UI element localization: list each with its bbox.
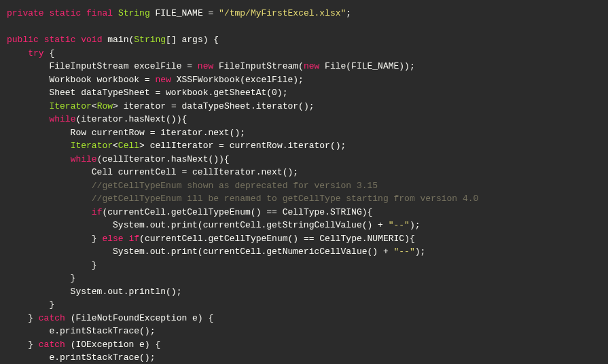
type-row: Row [97,101,113,111]
code-text: FILE_NAME = [150,8,219,18]
code-text: System.out.print(currentCell.getStringCe… [7,220,389,230]
code-text: } [7,313,39,323]
keyword-catch: catch [39,313,65,323]
code-text: main( [102,35,134,45]
code-text: FileInputStream excelFile = [7,61,198,71]
code-text: } [7,234,102,244]
code-text: XSSFWorkbook(excelFile); [171,75,304,85]
code-text: < [113,141,118,151]
code-text: } [7,260,97,270]
code-text: (FileNotFoundException e) { [65,313,213,323]
keyword-while: while [71,154,97,164]
code-text: File(FILE_NAME)); [319,61,414,71]
code-text: (iterator.hasNext()){ [75,114,187,124]
code-text: } [7,340,39,350]
code-text: [] args) { [166,35,219,45]
keyword-final: final [86,8,113,18]
code-text: ; [346,8,351,18]
code-text: ); [410,220,421,230]
keyword-private: private [7,8,44,18]
code-text: e.printStackTrace(); [7,326,155,336]
code-text: Workbook workbook = [7,75,155,85]
code-text: (cellIterator.hasNext()){ [97,154,230,164]
string-literal: "--" [389,220,410,230]
code-text: FileInputStream( [213,61,304,71]
code-text: Row currentRow = iterator.next(); [7,128,245,138]
type-iterator: Iterator [49,101,91,111]
type-string: String [134,35,166,45]
code-block: private static final String FILE_NAME = … [7,7,601,364]
keyword-catch: catch [39,340,65,350]
code-text: { [44,48,55,58]
keyword-while: while [49,114,75,124]
code-text: (currentCell.getCellTypeEnum() == CellTy… [102,207,372,217]
comment: //getCellTypeEnum ill be renamed to getC… [7,194,478,204]
code-text: Cell currentCell = cellIterator.next(); [7,167,298,177]
keyword-if: if [92,207,103,217]
code-text: ); [415,247,426,257]
type-cell: Cell [118,141,139,151]
code-text: System.out.println(); [7,287,181,297]
keyword-try: try [28,48,43,58]
keyword-new: new [155,75,171,85]
code-text: (IOException e) { [65,340,160,350]
keyword-static: static [44,35,76,45]
code-text: > iterator = dataTypeSheet.iterator(); [113,101,314,111]
keyword-if: if [128,234,139,244]
code-text: Sheet dataTypeSheet = workbook.getSheetA… [7,88,287,98]
type-string: String [118,8,150,18]
code-text: e.printStackTrace(); [7,352,155,363]
keyword-new: new [198,61,213,71]
code-text: (currentCell.getCellTypeEnum() == CellTy… [139,234,415,244]
keyword-public: public [7,35,39,45]
keyword-void: void [81,35,102,45]
code-text: System.out.print(currentCell.getNumericC… [7,247,394,257]
string-literal: "/tmp/MyFirstExcel.xlsx" [219,8,346,18]
keyword-new: new [304,61,319,71]
code-text: } [7,273,75,283]
code-text: } [7,299,54,310]
string-literal: "--" [394,247,415,257]
keyword-static: static [49,8,81,18]
keyword-else: else [102,234,123,244]
code-text: > cellIterator = currentRow.iterator(); [139,141,346,151]
type-iterator: Iterator [71,141,113,151]
comment: //getCellTypeEnum shown as deprecated fo… [7,181,378,191]
code-text: < [92,101,97,111]
